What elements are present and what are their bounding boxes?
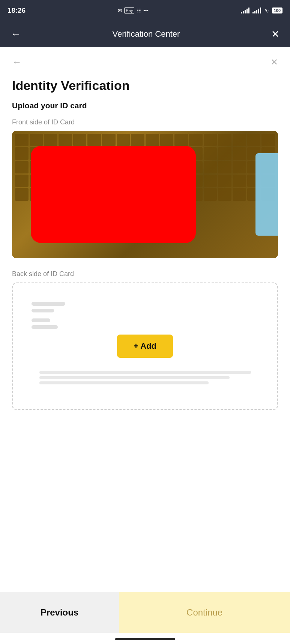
status-bar: 18:26 ✉ Pay ☷ ••• ∿ 100 — [0, 0, 290, 21]
placeholder-line-4 — [32, 325, 58, 329]
inner-nav: ← ✕ — [12, 56, 278, 68]
front-card-image[interactable] — [12, 131, 278, 258]
header-title: Verification Center — [113, 29, 180, 39]
placeholder-line-b1 — [39, 371, 251, 374]
page-title: Identity Verification — [12, 78, 278, 93]
placeholder-line-2 — [32, 309, 54, 312]
battery-icon: 100 — [272, 7, 282, 13]
wifi-icon: ∿ — [264, 7, 269, 14]
front-card-background — [12, 131, 278, 258]
add-button[interactable]: + Add — [117, 335, 173, 358]
blue-card-peek — [255, 153, 278, 236]
status-right-icons: ∿ 100 — [241, 7, 282, 14]
signal-icon-1 — [241, 7, 249, 13]
app-header: ← Verification Center ✕ — [0, 21, 290, 47]
home-bar — [115, 638, 175, 640]
back-card-upload-area[interactable]: + Add — [12, 282, 278, 410]
signal-icon-2 — [252, 7, 261, 13]
message-icon: ✉ — [118, 8, 122, 13]
pay-icon: Pay — [124, 7, 134, 13]
header-back-button[interactable]: ← — [11, 29, 21, 39]
header-close-button[interactable]: ✕ — [271, 29, 279, 39]
placeholder-line-b2 — [39, 376, 230, 379]
placeholder-lines-top — [32, 302, 65, 332]
front-card-section: Front side of ID Card — [12, 118, 278, 258]
red-card-overlay — [31, 146, 196, 243]
more-icon: ••• — [143, 8, 149, 13]
bottom-bar: Previous Continue — [0, 592, 290, 633]
home-indicator — [0, 633, 290, 644]
inner-back-button[interactable]: ← — [12, 56, 22, 68]
front-card-label: Front side of ID Card — [12, 118, 278, 126]
placeholder-line-1 — [32, 302, 65, 306]
section-subtitle: Upload your ID card — [12, 101, 278, 110]
placeholder-line-b3 — [39, 381, 209, 384]
placeholder-line-3 — [32, 318, 50, 322]
qr-icon: ☷ — [137, 8, 141, 13]
back-card-section: Back side of ID Card + Add — [12, 270, 278, 410]
inner-close-button[interactable]: ✕ — [270, 57, 278, 67]
previous-button[interactable]: Previous — [0, 592, 119, 633]
main-content: ← ✕ Identity Verification Upload your ID… — [0, 47, 290, 592]
status-icons: ✉ Pay ☷ ••• — [118, 7, 149, 13]
placeholder-lines-bottom — [39, 371, 251, 387]
back-card-label: Back side of ID Card — [12, 270, 278, 278]
continue-button[interactable]: Continue — [119, 592, 290, 633]
status-time: 18:26 — [8, 7, 26, 15]
